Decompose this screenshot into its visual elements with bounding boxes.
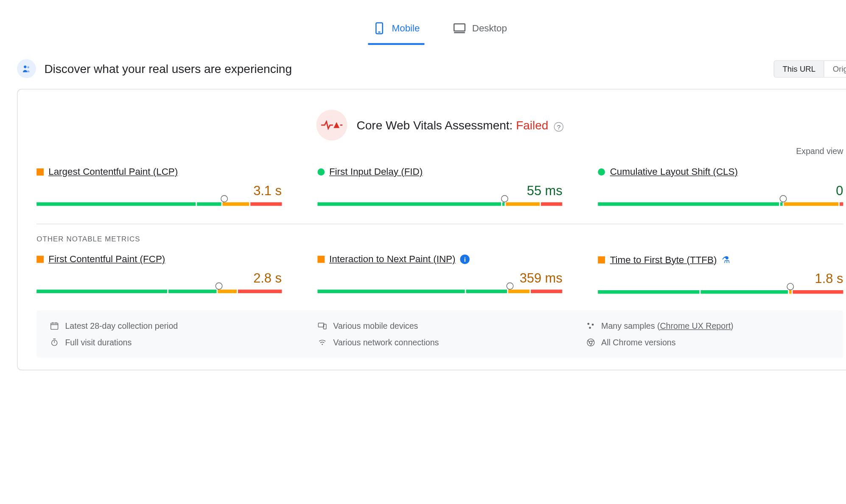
metric-name-fid[interactable]: First Input Delay (FID)	[329, 167, 423, 177]
metric-name-lcp[interactable]: Largest Contentful Paint (LCP)	[48, 167, 178, 177]
divider	[36, 224, 843, 224]
timer-icon	[50, 338, 59, 347]
status-dot	[317, 256, 325, 263]
metric-name-inp[interactable]: Interaction to Next Paint (INP)	[329, 254, 456, 265]
status-dot	[317, 168, 325, 176]
metric-fcp: First Contentful Paint (FCP)2.8 s	[36, 254, 282, 294]
assessment-label: Core Web Vitals Assessment:	[357, 118, 516, 132]
metric-ttfb: Time to First Byte (TTFB)⚗1.8 s	[598, 254, 843, 294]
metric-value-fcp: 2.8 s	[36, 271, 282, 286]
svg-point-5	[27, 66, 29, 68]
info-samples-post: )	[731, 321, 734, 330]
metric-bar-fcp	[36, 290, 282, 293]
info-durations: Full visit durations	[65, 338, 132, 347]
status-dot	[36, 256, 44, 263]
tab-desktop-label: Desktop	[472, 23, 507, 34]
other-metrics-label: OTHER NOTABLE METRICS	[36, 235, 843, 244]
svg-marker-6	[333, 122, 339, 128]
svg-point-20	[322, 344, 323, 345]
page-title: Discover what your real users are experi…	[44, 62, 292, 76]
devices-icon	[318, 321, 327, 330]
svg-rect-12	[319, 323, 324, 327]
metric-name-ttfb[interactable]: Time to First Byte (TTFB)	[610, 254, 717, 265]
device-tabs: Mobile Desktop	[17, 17, 846, 45]
scope-origin[interactable]: Origin	[824, 61, 846, 77]
metric-value-cls: 0	[598, 183, 843, 199]
metric-bar-inp	[317, 290, 563, 293]
vitals-card: Core Web Vitals Assessment: Failed ? Exp…	[17, 89, 846, 370]
tab-mobile-label: Mobile	[392, 23, 420, 34]
metric-bar-fid	[317, 202, 563, 206]
info-chrome: All Chrome versions	[601, 338, 675, 347]
tab-desktop[interactable]: Desktop	[448, 17, 512, 45]
users-icon	[17, 59, 36, 78]
status-dot	[598, 168, 605, 176]
metric-value-fid: 55 ms	[317, 183, 563, 199]
info-devices: Various mobile devices	[333, 321, 418, 330]
metric-name-fcp[interactable]: First Contentful Paint (FCP)	[48, 254, 165, 265]
metric-lcp: Largest Contentful Paint (LCP)3.1 s	[36, 167, 282, 206]
metric-bar-cls	[598, 202, 843, 206]
info-samples-pre: Many samples (	[601, 321, 660, 330]
svg-point-15	[591, 324, 594, 326]
help-icon[interactable]: ?	[554, 122, 563, 131]
desktop-icon	[453, 22, 466, 35]
svg-rect-8	[51, 323, 58, 329]
svg-point-14	[587, 323, 589, 325]
svg-rect-2	[454, 24, 465, 31]
status-dot	[598, 256, 605, 263]
scope-this-url[interactable]: This URL	[774, 61, 824, 77]
svg-point-4	[24, 65, 26, 68]
metric-value-lcp: 3.1 s	[36, 183, 282, 199]
chrome-icon	[586, 338, 595, 347]
expand-view-link[interactable]: Expand view	[36, 146, 843, 156]
metric-bar-ttfb	[598, 290, 843, 294]
calendar-icon	[50, 321, 59, 330]
scope-toggle: This URL Origin	[773, 60, 846, 78]
info-period: Latest 28-day collection period	[65, 321, 178, 330]
metric-inp: Interaction to Next Paint (INP)i359 ms	[317, 254, 563, 294]
info-icon[interactable]: i	[460, 255, 470, 264]
collection-info: Latest 28-day collection period Various …	[36, 311, 843, 358]
metric-bar-lcp	[36, 202, 282, 206]
metric-value-inp: 359 ms	[317, 271, 563, 286]
status-dot	[36, 168, 44, 176]
status-badge-icon	[316, 109, 347, 140]
flask-icon: ⚗	[722, 254, 730, 266]
metric-fid: First Input Delay (FID)55 ms	[317, 167, 563, 206]
mobile-icon	[373, 22, 386, 35]
network-icon	[318, 338, 327, 347]
tab-mobile[interactable]: Mobile	[368, 17, 425, 45]
info-network: Various network connections	[333, 338, 439, 347]
samples-icon	[586, 321, 595, 330]
metric-name-cls[interactable]: Cumulative Layout Shift (CLS)	[610, 167, 738, 177]
metric-cls: Cumulative Layout Shift (CLS)0	[598, 167, 843, 206]
assessment-status: Failed	[516, 118, 548, 132]
svg-point-16	[589, 327, 591, 329]
chrome-ux-report-link[interactable]: Chrome UX Report	[660, 321, 731, 330]
metric-value-ttfb: 1.8 s	[598, 271, 843, 286]
